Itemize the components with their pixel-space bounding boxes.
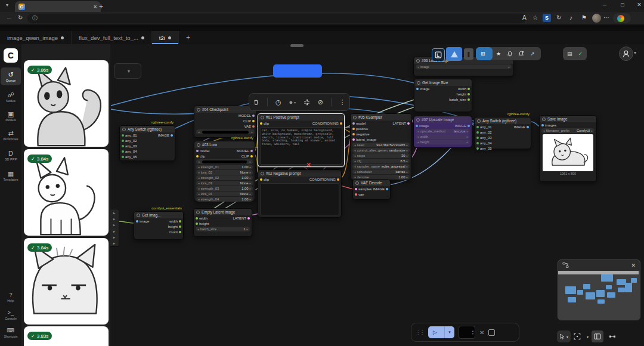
- output-dot[interactable]: [467, 88, 470, 90]
- node-widget-height[interactable]: ◂height▸: [416, 140, 470, 144]
- queue-result-card[interactable]: ✓3.83s: [24, 326, 109, 346]
- widget-left-arrow[interactable]: ◂: [198, 176, 200, 180]
- collapse-dot[interactable]: [542, 118, 546, 121]
- output-slot[interactable]: IMAGE: [514, 125, 529, 129]
- input-dot[interactable]: [122, 156, 124, 158]
- bell-alert-icon[interactable]: [516, 51, 527, 57]
- widget-left-arrow[interactable]: ◂: [354, 159, 356, 163]
- input-dot[interactable]: [260, 178, 262, 181]
- widget-left-arrow[interactable]: ◂: [354, 170, 356, 174]
- input-slot[interactable]: image: [136, 220, 149, 223]
- translate-icon[interactable]: A: [522, 14, 527, 21]
- input-slot[interactable]: latent_image: [352, 138, 376, 141]
- collapse-dot[interactable]: [196, 211, 200, 214]
- input-slot[interactable]: model: [352, 122, 366, 125]
- input-slot[interactable]: any_03: [122, 144, 137, 148]
- output-dot[interactable]: [467, 125, 470, 127]
- input-slot[interactable]: any_05: [476, 147, 492, 150]
- bell-icon[interactable]: [505, 51, 515, 57]
- output-slot[interactable]: ▸: [113, 229, 115, 233]
- queue-result-card[interactable]: ✓3.84s: [24, 149, 109, 236]
- widget-left-arrow[interactable]: ◂: [354, 165, 356, 168]
- toggle-links-button[interactable]: [606, 330, 618, 342]
- sidebar-item-help[interactable]: ?Help: [1, 288, 21, 305]
- address-bar[interactable]: ⓘ: [27, 14, 526, 23]
- topbar-drag-handle[interactable]: [290, 44, 304, 47]
- window-maximize-button[interactable]: □: [614, 2, 631, 8]
- user-chevron-icon[interactable]: ▾: [634, 50, 636, 55]
- widget-left-arrow[interactable]: ◂: [197, 227, 199, 231]
- output-slot[interactable]: count: [169, 230, 181, 234]
- widget-left-arrow[interactable]: ◂: [198, 130, 200, 134]
- node-title[interactable]: #03 Lora: [194, 141, 255, 148]
- site-info-icon[interactable]: ⓘ: [32, 14, 38, 22]
- node-widget-strength_02[interactable]: ◂strength_021.00▸: [196, 175, 253, 180]
- output-dot[interactable]: [337, 178, 339, 181]
- node-widget-image[interactable]: ◂image▸: [416, 64, 512, 69]
- window-minimize-button[interactable]: ─: [596, 2, 613, 8]
- minimap-close-icon[interactable]: ✕: [631, 262, 636, 268]
- widget-left-arrow[interactable]: ◂: [543, 129, 545, 132]
- output-slot[interactable]: width: [169, 220, 181, 223]
- input-slot[interactable]: height: [196, 222, 209, 225]
- output-slot[interactable]: ▸: [113, 217, 115, 221]
- window-close-button[interactable]: ✕: [631, 2, 644, 8]
- sidebar-item-sd-ppp[interactable]: DSD PPP: [1, 146, 21, 164]
- s-extension-icon[interactable]: S: [543, 14, 551, 22]
- output-slot[interactable]: CLIP: [243, 119, 255, 123]
- node-widget-seed[interactable]: ◂seed912784752730265▸: [352, 143, 410, 147]
- node-title[interactable]: Any Switch (rgthree): [120, 126, 175, 132]
- widget-right-arrow[interactable]: ▸: [251, 130, 253, 134]
- widget-right-arrow[interactable]: ▸: [406, 175, 408, 179]
- node-color-picker[interactable]: ●▾: [289, 98, 296, 106]
- widget-right-arrow[interactable]: ▸: [249, 181, 251, 185]
- star-icon[interactable]: ★: [494, 51, 504, 57]
- widget-right-arrow[interactable]: ▸: [246, 227, 248, 231]
- output-slot[interactable]: batch_size: [449, 98, 470, 101]
- tab-search-chevron-icon[interactable]: ▾: [6, 2, 8, 8]
- input-slot[interactable]: any_05: [122, 155, 137, 159]
- input-dot[interactable]: [196, 150, 199, 152]
- input-slot[interactable]: image: [416, 124, 429, 128]
- graph-canvas[interactable]: ▼ ❚ ⊞ ★: [110, 44, 644, 346]
- widget-left-arrow[interactable]: ◂: [198, 165, 200, 169]
- node-title[interactable]: Empty Latent Image: [194, 209, 252, 215]
- node-widget-control_after_generate[interactable]: ◂control_after_generaterandomize▸: [352, 148, 410, 153]
- output-dot[interactable]: [250, 155, 253, 157]
- input-slot[interactable]: image: [416, 87, 429, 91]
- workflow-tab-image-qwen-image[interactable]: image_qwen_image: [0, 31, 72, 44]
- output-dot[interactable]: [252, 115, 255, 117]
- output-dot[interactable]: [467, 98, 470, 101]
- collapsed-outputs-node[interactable]: ▸▸▸▸▸▸: [110, 209, 119, 247]
- any-switch-right-node[interactable]: rgthree-comfyAny Switch (rgthree)any_01I…: [474, 117, 531, 149]
- sidebar-item-workflows[interactable]: ⇄Workflows: [1, 126, 21, 144]
- output-slot[interactable]: VAE: [244, 125, 255, 128]
- widget-right-arrow[interactable]: ▸: [406, 149, 408, 152]
- output-dot[interactable]: [250, 150, 253, 152]
- refresh-icon[interactable]: ↻: [18, 14, 23, 21]
- fit-view-icon[interactable]: [574, 333, 581, 340]
- collapse-dot[interactable]: [355, 181, 359, 185]
- input-dot[interactable]: [352, 138, 355, 141]
- collapse-dot[interactable]: [197, 108, 200, 112]
- checkpoint-node[interactable]: #04 CheckpointMODELCLIPVAE◂▸: [194, 106, 257, 138]
- input-slot[interactable]: any_03: [476, 136, 492, 140]
- widget-right-arrow[interactable]: ▸: [249, 192, 251, 196]
- node-widget-strength_01[interactable]: ◂strength_011.00▸: [196, 165, 253, 169]
- workflow-select-dropdown[interactable]: ▼: [114, 63, 141, 79]
- node-title[interactable]: Any Switch (rgthree): [475, 118, 531, 124]
- input-dot[interactable]: [196, 217, 198, 220]
- batch-count-input[interactable]: ▴▾: [459, 326, 475, 339]
- input-dot[interactable]: [476, 137, 479, 139]
- output-dot[interactable]: [247, 217, 250, 220]
- collapse-dot[interactable]: [122, 128, 126, 131]
- node-widget-strength_03[interactable]: ◂strength_031.00▸: [196, 186, 253, 191]
- any-switch-left-node[interactable]: rgthree-comfyAny Switch (rgthree)any_01I…: [119, 125, 175, 161]
- output-slot[interactable]: CLIP: [242, 155, 253, 158]
- input-dot[interactable]: [122, 145, 124, 147]
- positive-prompt-node[interactable]: #01 Positive promptclipCONDITIONINGcat, …: [258, 113, 345, 167]
- share-icon[interactable]: ↗: [528, 51, 538, 57]
- queue-result-card[interactable]: ✓3.86s: [24, 60, 109, 147]
- widget-right-arrow[interactable]: ▸: [249, 176, 251, 180]
- node-title[interactable]: #01 Positive prompt: [258, 114, 344, 121]
